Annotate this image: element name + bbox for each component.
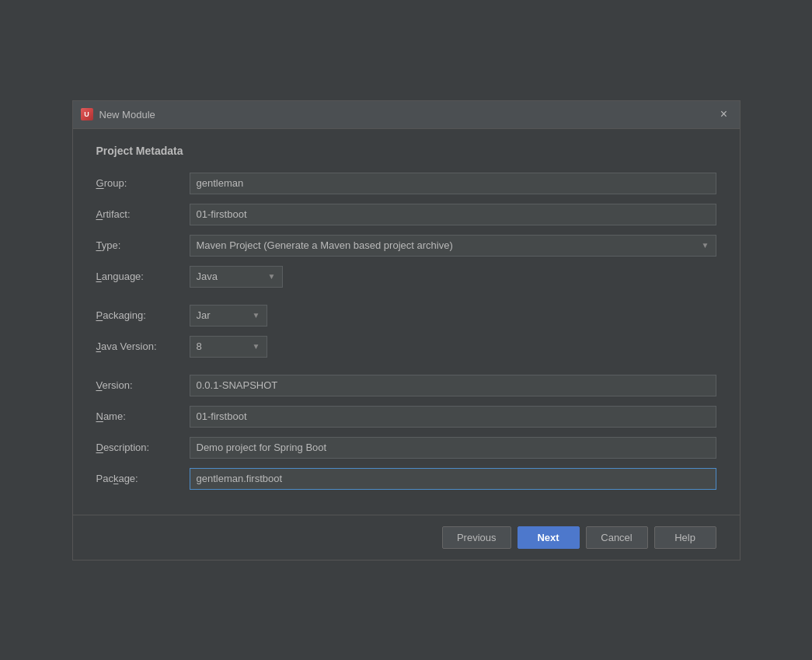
group-input[interactable]: [190, 173, 716, 194]
separator-1: [96, 297, 716, 305]
language-row: Language: Java Kotlin Groovy ▼: [96, 266, 716, 288]
packaging-select[interactable]: Jar War: [190, 306, 267, 326]
java-version-label: Java Version:: [96, 340, 190, 352]
dialog-content: Project Metadata Group: Artifact: Type: …: [73, 129, 740, 515]
description-row: Description:: [96, 437, 716, 459]
name-row: Name:: [96, 406, 716, 428]
group-label: Group:: [96, 177, 190, 189]
language-select-wrapper: Java Kotlin Groovy ▼: [190, 266, 283, 288]
type-select[interactable]: Maven Project (Generate a Maven based pr…: [190, 236, 716, 256]
package-input[interactable]: [190, 468, 716, 490]
title-bar-left: U New Module: [81, 108, 155, 120]
app-icon: U: [81, 108, 93, 120]
package-row: Package:: [96, 468, 716, 490]
type-row: Type: Maven Project (Generate a Maven ba…: [96, 235, 716, 257]
java-version-select-wrapper: 8 11 17 21 ▼: [190, 336, 267, 358]
artifact-row: Artifact:: [96, 204, 716, 225]
packaging-row: Packaging: Jar War ▼: [96, 305, 716, 327]
version-input[interactable]: [190, 375, 716, 396]
title-bar: U New Module ×: [73, 101, 740, 129]
dialog-footer: Previous Next Cancel Help: [73, 515, 740, 560]
java-version-row: Java Version: 8 11 17 21 ▼: [96, 336, 716, 358]
artifact-label: Artifact:: [96, 208, 190, 220]
java-version-select[interactable]: 8 11 17 21: [190, 337, 267, 357]
separator-2: [96, 367, 716, 375]
dialog-title: New Module: [99, 109, 155, 120]
previous-button[interactable]: Previous: [442, 526, 511, 549]
cancel-button[interactable]: Cancel: [586, 526, 648, 549]
description-input[interactable]: [190, 437, 716, 459]
packaging-select-wrapper: Jar War ▼: [190, 305, 267, 327]
help-button[interactable]: Help: [654, 526, 716, 549]
description-label: Description:: [96, 442, 190, 453]
new-module-dialog: U New Module × Project Metadata Group: A…: [72, 100, 741, 560]
version-row: Version:: [96, 375, 716, 396]
packaging-label: Packaging:: [96, 309, 190, 321]
name-input[interactable]: [190, 406, 716, 428]
next-button[interactable]: Next: [518, 526, 580, 549]
package-label: Package:: [96, 473, 190, 484]
section-title: Project Metadata: [96, 145, 716, 157]
language-select[interactable]: Java Kotlin Groovy: [190, 267, 282, 287]
close-button[interactable]: ×: [716, 107, 732, 122]
group-row: Group:: [96, 173, 716, 194]
name-label: Name:: [96, 410, 190, 422]
artifact-input[interactable]: [190, 204, 716, 225]
type-label: Type:: [96, 239, 190, 251]
language-label: Language:: [96, 271, 190, 282]
version-label: Version:: [96, 379, 190, 391]
type-select-wrapper: Maven Project (Generate a Maven based pr…: [190, 235, 716, 257]
